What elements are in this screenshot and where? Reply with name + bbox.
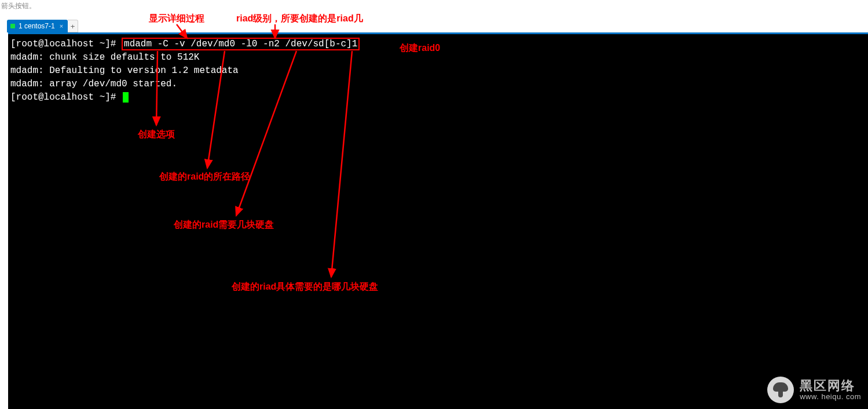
window-hint-text: 箭头按钮。 <box>1 1 36 11</box>
tab-status-dot-icon <box>10 24 15 28</box>
shell-prompt: [root@localhost ~]# <box>10 92 122 103</box>
annotation-raid-path: 创建的raid的所在路径 <box>159 171 250 183</box>
close-icon[interactable]: × <box>60 23 63 30</box>
cursor-icon <box>123 92 129 103</box>
shell-prompt: [root@localhost ~]# <box>10 39 122 49</box>
terminal-output-line: mdadm: chunk size defaults to 512K <box>10 52 199 63</box>
tab-bar: 1 centos7-1 × + <box>7 20 78 32</box>
add-tab-button[interactable]: + <box>68 20 78 32</box>
watermark-logo-icon <box>767 377 794 403</box>
terminal-output-line: mdadm: Defaulting to version 1.2 metadat… <box>10 65 239 76</box>
annotation-verbose: 显示详细过程 <box>149 13 204 25</box>
watermark-title: 黑区网络 <box>800 379 861 393</box>
watermark: 黑区网络 www. heiqu. com <box>767 377 861 403</box>
annotation-create-option: 创建选项 <box>138 129 175 141</box>
top-annotation-row: 显示详细过程 riad级别，所要创建的是riad几 <box>0 13 868 22</box>
terminal-output-line: mdadm: array /dev/md0 started. <box>10 79 177 89</box>
annotation-raid-level: riad级别，所要创建的是riad几 <box>236 13 363 25</box>
terminal-pane[interactable]: [root@localhost ~]# mdadm -C -v /dev/md0… <box>8 32 868 409</box>
annotation-which-disks: 创建的riad具体需要的是哪几块硬盘 <box>232 281 378 293</box>
command-highlight-box: mdadm -C -v /dev/md0 -l0 -n2 /dev/sd[b-c… <box>122 38 360 50</box>
tab-centos7-1[interactable]: 1 centos7-1 × <box>7 20 68 32</box>
watermark-url: www. heiqu. com <box>800 393 861 401</box>
tab-label: 1 centos7-1 <box>19 22 55 30</box>
annotation-disk-count: 创建的raid需要几块硬盘 <box>174 219 274 231</box>
annotation-create-raid0: 创建raid0 <box>400 42 440 54</box>
